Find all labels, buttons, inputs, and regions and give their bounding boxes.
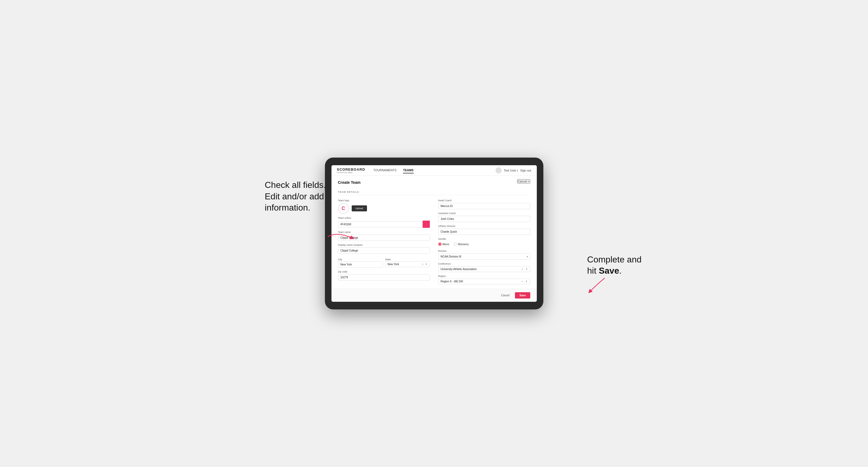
tablet-frame: SCOREBOARD Powered by clippd TOURNAMENTS…: [325, 158, 544, 309]
city-label: City: [338, 258, 342, 261]
state-chevron-icon: ▼: [425, 263, 428, 266]
form-grid: Team logo C Upload Team colour: [338, 199, 530, 284]
color-input-group: [338, 220, 430, 228]
team-colour-label: Team colour: [338, 217, 430, 219]
region-select-actions: ✕ ▼: [521, 280, 528, 283]
state-value: New York: [388, 263, 399, 266]
city-input[interactable]: [338, 261, 383, 268]
city-state-group: City State New York: [338, 256, 430, 268]
gender-womens-radio[interactable]: [454, 243, 457, 246]
page-title: Create Team: [338, 180, 361, 185]
nav-right: Test User | Sign out: [496, 167, 531, 174]
conference-select[interactable]: University Athletic Association ✕ ▼: [438, 266, 530, 272]
conference-label: Conference: [438, 262, 530, 265]
conference-group: Conference University Athletic Associati…: [438, 262, 530, 272]
nav-links: TOURNAMENTS TEAMS: [373, 167, 495, 174]
gender-radio-group: Mens Womens: [438, 242, 530, 247]
region-clear-icon[interactable]: ✕: [521, 280, 523, 283]
zip-group: Zip code: [338, 270, 430, 280]
division-group: Division NCAA Division III ▼: [438, 250, 530, 260]
app-logo: SCOREBOARD Powered by clippd: [337, 167, 365, 174]
nav-teams[interactable]: TEAMS: [403, 167, 414, 174]
region-label: Region: [438, 275, 530, 277]
conference-chevron-icon: ▼: [526, 268, 528, 270]
main-content: Create Team Cancel × TEAM DETAILS Team l…: [332, 176, 537, 289]
tablet-screen: SCOREBOARD Powered by clippd TOURNAMENTS…: [332, 165, 537, 302]
state-group: State New York ✕ ▼: [385, 256, 430, 268]
color-swatch[interactable]: [423, 220, 430, 228]
zip-input[interactable]: [338, 274, 430, 280]
gender-mens-label: Mens: [443, 243, 449, 246]
asst-coach-label: Assistant Coach: [438, 212, 530, 215]
head-coach-input[interactable]: [438, 203, 530, 209]
head-coach-label: Head Coach: [438, 199, 530, 202]
team-logo-label: Team logo: [338, 199, 430, 202]
section-label: TEAM DETAILS: [338, 191, 530, 195]
logo-circle: C: [338, 203, 349, 214]
conference-value: University Athletic Association: [441, 268, 477, 271]
division-select-input[interactable]: NCAA Division III: [438, 253, 530, 260]
annotation-left: Check all fields. Edit and/or add inform…: [265, 180, 326, 214]
athletic-dir-input[interactable]: [438, 228, 530, 235]
form-footer: Cancel Save: [332, 289, 537, 302]
logo-upload-area: C Upload: [338, 203, 430, 214]
conference-select-actions: ✕ ▼: [521, 268, 528, 271]
asst-coach-input[interactable]: [438, 216, 530, 222]
zip-label: Zip code: [338, 270, 430, 273]
region-value: Region II - (M) DIII: [441, 280, 463, 283]
navbar: SCOREBOARD Powered by clippd TOURNAMENTS…: [332, 165, 537, 176]
gender-womens-option[interactable]: Womens: [454, 243, 469, 246]
gender-womens-label: Womens: [458, 243, 469, 246]
team-colour-input[interactable]: [338, 221, 423, 227]
cancel-button[interactable]: Cancel: [498, 292, 512, 298]
cancel-top-button[interactable]: Cancel ×: [517, 179, 530, 184]
region-group: Region Region II - (M) DIII ✕ ▼: [438, 275, 530, 284]
gender-mens-radio[interactable]: [438, 243, 441, 246]
state-label: State: [385, 258, 391, 261]
region-chevron-icon: ▼: [526, 280, 528, 283]
save-button[interactable]: Save: [515, 292, 530, 299]
nav-tournaments[interactable]: TOURNAMENTS: [373, 167, 397, 174]
state-select[interactable]: New York ✕ ▼: [385, 261, 430, 267]
gender-label: Gender: [438, 238, 530, 240]
division-label: Division: [438, 250, 530, 252]
user-name: Test User |: [504, 169, 518, 172]
athletic-dir-label: Athletic Director: [438, 225, 530, 227]
head-coach-group: Head Coach: [438, 199, 530, 209]
city-state-row: City State New York: [338, 256, 430, 268]
arrow-left-icon: [326, 230, 356, 244]
logo-letter: C: [342, 206, 345, 211]
asst-coach-group: Assistant Coach: [438, 212, 530, 222]
region-select[interactable]: Region II - (M) DIII ✕ ▼: [438, 279, 530, 284]
gender-mens-option[interactable]: Mens: [438, 243, 449, 246]
display-name-group: Display name (unique): [338, 244, 430, 254]
division-select[interactable]: NCAA Division III ▼: [438, 253, 530, 260]
arrow-right-icon: [584, 275, 606, 294]
upload-button[interactable]: Upload: [352, 206, 367, 211]
gender-group: Gender Mens Womens: [438, 238, 530, 247]
athletic-dir-group: Athletic Director: [438, 225, 530, 235]
display-name-input[interactable]: [338, 247, 430, 254]
logo-sub: Powered by clippd: [337, 172, 365, 174]
conference-clear-icon[interactable]: ✕: [521, 268, 523, 271]
user-avatar: [496, 167, 502, 174]
sign-out-link[interactable]: Sign out: [520, 169, 531, 172]
team-colour-group: Team colour: [338, 217, 430, 228]
annotation-right: Complete and hit Save.: [587, 254, 641, 277]
logo-text: SCOREBOARD: [337, 167, 365, 172]
city-group: City: [338, 256, 383, 268]
display-name-label: Display name (unique): [338, 244, 430, 246]
form-right: Head Coach Assistant Coach Athletic Dire…: [438, 199, 530, 284]
team-logo-group: Team logo C Upload: [338, 199, 430, 214]
state-clear-icon[interactable]: ✕: [422, 263, 424, 266]
